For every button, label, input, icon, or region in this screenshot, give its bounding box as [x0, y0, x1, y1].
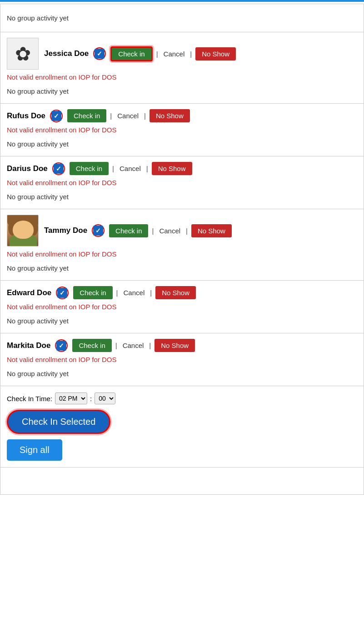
tammy-noshow-button[interactable]: No Show	[191, 224, 232, 237]
sep4: |	[144, 112, 146, 120]
jessica-no-activity: No group activity yet	[7, 83, 357, 100]
edward-cancel-button[interactable]: Cancel	[122, 289, 147, 297]
darius-cancel-button[interactable]: Cancel	[118, 165, 143, 172]
darius-checkbox-circle[interactable]	[52, 162, 65, 175]
flower-icon: ✿	[15, 43, 31, 65]
sep7: |	[152, 227, 154, 235]
rufus-name: Rufus Doe	[7, 111, 45, 121]
patient-section-rufus: Rufus Doe Check in | Cancel | No Show No…	[0, 104, 364, 156]
tammy-checkin-button[interactable]: Check in	[109, 224, 148, 237]
rufus-checkbox-circle[interactable]	[50, 110, 63, 122]
darius-checkin-button[interactable]: Check in	[70, 162, 109, 175]
bottom-empty-section	[0, 468, 364, 495]
markita-name: Markita Doe	[7, 341, 50, 350]
markita-cancel-button[interactable]: Cancel	[121, 342, 146, 349]
patient-section-tammy: Tammy Doe Check in | Cancel | No Show No…	[0, 209, 364, 281]
markita-checkbox-circle[interactable]	[55, 339, 68, 352]
jessica-name: Jessica Doe	[44, 49, 89, 58]
darius-checkbox[interactable]	[54, 164, 64, 174]
patient-row-edward: Edward Doe Check in | Cancel | No Show	[7, 286, 357, 299]
rufus-cancel-button[interactable]: Cancel	[115, 112, 140, 120]
tammy-checkbox[interactable]	[93, 226, 103, 236]
edward-no-activity: No group activity yet	[7, 312, 357, 329]
sep3: |	[110, 112, 112, 120]
checkin-time-row: Check In Time: 02 PM 03 PM 04 PM 05 PM :…	[7, 393, 357, 404]
initial-no-activity: No group activity yet	[7, 10, 357, 26]
markita-no-activity: No group activity yet	[7, 365, 357, 382]
markita-noshow-button[interactable]: No Show	[155, 339, 195, 352]
patient-section-edward: Edward Doe Check in | Cancel | No Show N…	[0, 281, 364, 333]
patient-section-markita: Markita Doe Check in | Cancel | No Show …	[0, 333, 364, 386]
tammy-avatar	[7, 215, 39, 247]
patient-row-jessica: ✿ Jessica Doe Check in | Cancel | No Sho…	[7, 38, 357, 70]
jessica-avatar: ✿	[7, 38, 39, 70]
minute-select[interactable]: 00 15 30 45	[95, 393, 115, 404]
edward-noshow-button[interactable]: No Show	[155, 286, 196, 299]
patient-row-markita: Markita Doe Check in | Cancel | No Show	[7, 339, 357, 352]
edward-checkin-button[interactable]: Check in	[73, 286, 112, 299]
edward-checkbox[interactable]	[57, 288, 67, 298]
rufus-checkin-button[interactable]: Check in	[67, 109, 106, 122]
rufus-checkbox[interactable]	[51, 111, 61, 121]
tammy-no-activity: No group activity yet	[7, 260, 357, 277]
edward-invalid-enrollment: Not valid enrollment on IOP for DOS	[7, 303, 357, 311]
patient-row-tammy: Tammy Doe Check in | Cancel | No Show	[7, 215, 357, 247]
tammy-invalid-enrollment: Not valid enrollment on IOP for DOS	[7, 250, 357, 258]
darius-name: Darius Doe	[7, 164, 48, 173]
initial-section: No group activity yet	[0, 4, 364, 32]
darius-noshow-button[interactable]: No Show	[152, 162, 192, 175]
jessica-checkbox[interactable]	[95, 49, 105, 59]
rufus-invalid-enrollment: Not valid enrollment on IOP for DOS	[7, 126, 357, 134]
jessica-checkin-button[interactable]: Check in	[110, 46, 152, 61]
jessica-cancel-button[interactable]: Cancel	[162, 50, 187, 58]
tammy-cancel-button[interactable]: Cancel	[157, 227, 182, 235]
rufus-noshow-button[interactable]: No Show	[150, 109, 190, 122]
jessica-noshow-button[interactable]: No Show	[195, 47, 236, 60]
tammy-name: Tammy Doe	[44, 226, 87, 235]
markita-checkin-button[interactable]: Check in	[72, 339, 111, 352]
check-in-selected-button[interactable]: Check In Selected	[7, 410, 110, 434]
darius-invalid-enrollment: Not valid enrollment on IOP for DOS	[7, 179, 357, 186]
patient-section-darius: Darius Doe Check in | Cancel | No Show N…	[0, 156, 364, 209]
edward-checkbox-circle[interactable]	[56, 287, 69, 299]
sep1: |	[156, 50, 158, 58]
hour-select[interactable]: 02 PM 03 PM 04 PM 05 PM	[55, 393, 87, 404]
sep10: |	[150, 289, 152, 297]
sep8: |	[186, 227, 188, 235]
edward-name: Edward Doe	[7, 288, 51, 297]
rufus-no-activity: No group activity yet	[7, 136, 357, 152]
time-colon: :	[90, 395, 92, 403]
top-bar	[0, 0, 364, 2]
checkin-time-label: Check In Time:	[7, 395, 52, 403]
sign-all-button[interactable]: Sign all	[7, 439, 62, 461]
darius-no-activity: No group activity yet	[7, 188, 357, 205]
sep6: |	[146, 165, 148, 172]
markita-invalid-enrollment: Not valid enrollment on IOP for DOS	[7, 356, 357, 363]
sep12: |	[149, 342, 151, 349]
sep2: |	[190, 50, 192, 58]
markita-checkbox[interactable]	[56, 341, 66, 351]
main-container: No group activity yet ✿ Jessica Doe Chec…	[0, 4, 364, 495]
jessica-invalid-enrollment: Not valid enrollment on IOP for DOS	[7, 73, 357, 81]
sep5: |	[112, 165, 114, 172]
footer-section: Check In Time: 02 PM 03 PM 04 PM 05 PM :…	[0, 386, 364, 468]
sep9: |	[116, 289, 118, 297]
sep11: |	[115, 342, 117, 349]
tammy-checkbox-circle[interactable]	[92, 224, 105, 237]
patient-row-darius: Darius Doe Check in | Cancel | No Show	[7, 162, 357, 175]
patient-section-jessica: ✿ Jessica Doe Check in | Cancel | No Sho…	[0, 32, 364, 104]
patient-row-rufus: Rufus Doe Check in | Cancel | No Show	[7, 109, 357, 122]
jessica-checkbox-circle[interactable]	[93, 47, 106, 60]
